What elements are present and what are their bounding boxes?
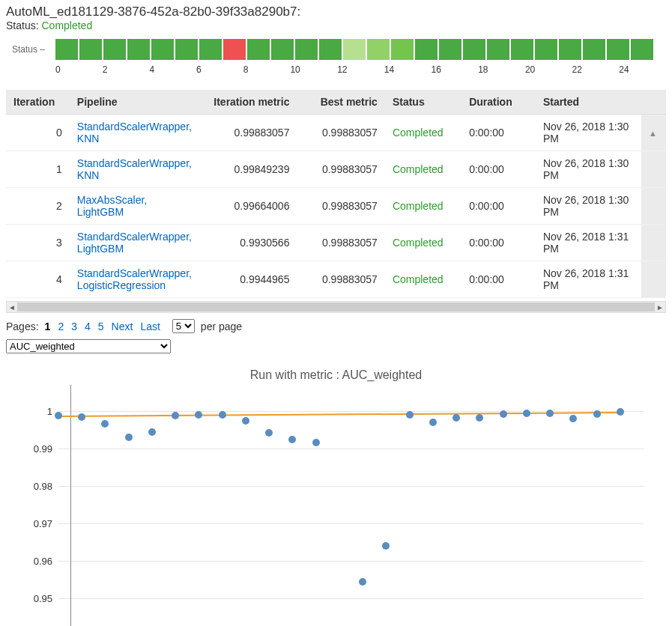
- heatmap-tick: 16: [432, 64, 479, 75]
- table-row[interactable]: 1StandardScalerWrapper, KNN0.998492390.9…: [6, 151, 666, 188]
- heatmap-cell[interactable]: [367, 39, 390, 60]
- heatmap-cell[interactable]: [463, 39, 485, 60]
- chart-point[interactable]: [265, 429, 273, 437]
- heatmap-cell[interactable]: [343, 39, 366, 60]
- col-status[interactable]: Status: [385, 90, 461, 115]
- heatmap-cell[interactable]: [247, 39, 270, 60]
- chart-point[interactable]: [55, 412, 62, 419]
- col-duration[interactable]: Duration: [461, 90, 536, 115]
- cell-status: Completed: [385, 225, 461, 261]
- cell-iteration: 1: [6, 151, 70, 188]
- heatmap-cell[interactable]: [583, 39, 605, 60]
- cell-duration: 0:00:00: [461, 225, 536, 261]
- metric-select[interactable]: AUC_weighted: [6, 339, 171, 353]
- best-metric-line: [58, 412, 620, 417]
- table-row[interactable]: 3StandardScalerWrapper, LightGBM0.993056…: [6, 225, 666, 261]
- chart-point[interactable]: [148, 428, 156, 436]
- chart-point[interactable]: [242, 417, 249, 425]
- cell-duration: 0:00:00: [461, 115, 536, 151]
- cell-iteration: 4: [6, 261, 70, 298]
- cell-duration: 0:00:00: [461, 151, 536, 188]
- y-tick: 1: [22, 406, 52, 417]
- chart-point[interactable]: [382, 542, 390, 550]
- scroll-right-icon[interactable]: ►: [655, 302, 665, 312]
- heatmap-cell[interactable]: [199, 39, 222, 60]
- chart-point[interactable]: [78, 413, 85, 421]
- pager-page[interactable]: 3: [71, 320, 77, 332]
- heatmap-cell[interactable]: [607, 39, 629, 60]
- chart-point[interactable]: [312, 439, 320, 446]
- col-best-metric[interactable]: Best metric: [297, 90, 384, 115]
- chart-point[interactable]: [359, 578, 366, 586]
- scrollbar-thumb[interactable]: [17, 303, 655, 312]
- chart-point[interactable]: [195, 411, 202, 419]
- heatmap-cell[interactable]: [295, 39, 318, 60]
- cell-status: Completed: [385, 115, 461, 151]
- table-row[interactable]: 2MaxAbsScaler, LightGBM0.996640060.99883…: [6, 188, 666, 225]
- chart-point[interactable]: [523, 410, 530, 417]
- table-row[interactable]: 0StandardScalerWrapper, KNN0.998830570.9…: [6, 115, 666, 151]
- heatmap-cell[interactable]: [79, 39, 102, 60]
- heatmap-cell[interactable]: [175, 39, 198, 60]
- chart[interactable]: 10.990.980.970.960.950.940510152025: [6, 392, 666, 626]
- status-label: Status:: [6, 19, 39, 31]
- chart-point[interactable]: [125, 434, 133, 441]
- heatmap-cell[interactable]: [127, 39, 150, 60]
- chart-point[interactable]: [476, 414, 483, 422]
- heatmap-cell[interactable]: [631, 39, 653, 60]
- cell-best-metric: 0.99883057: [297, 188, 384, 225]
- table-horizontal-scrollbar[interactable]: ◄ ►: [6, 301, 666, 313]
- pager-page: 1: [45, 320, 51, 332]
- chart-point[interactable]: [406, 411, 414, 419]
- heatmap-cell[interactable]: [415, 39, 438, 60]
- cell-iter-metric: 0.9944965: [199, 261, 297, 298]
- heatmap-cell[interactable]: [487, 39, 509, 60]
- row-scroll-gutter: [641, 225, 666, 261]
- heatmap-cell[interactable]: [151, 39, 174, 60]
- pager-next[interactable]: Next: [112, 320, 133, 332]
- chart-point[interactable]: [172, 412, 179, 419]
- chart-point[interactable]: [219, 411, 226, 419]
- cell-iter-metric: 0.99849239: [199, 151, 297, 188]
- heatmap-cell[interactable]: [319, 39, 342, 60]
- chart-point[interactable]: [101, 420, 109, 428]
- per-page-select[interactable]: 5: [172, 319, 195, 333]
- cell-iteration: 2: [6, 188, 70, 225]
- pager-page[interactable]: 4: [85, 320, 91, 332]
- heatmap-cell[interactable]: [535, 39, 557, 60]
- chart-point[interactable]: [288, 436, 296, 443]
- heatmap-cell[interactable]: [103, 39, 126, 60]
- cell-pipeline[interactable]: StandardScalerWrapper, LightGBM: [70, 225, 199, 261]
- pager-page[interactable]: 5: [98, 320, 104, 332]
- cell-pipeline[interactable]: MaxAbsScaler, LightGBM: [70, 188, 199, 225]
- chart-point[interactable]: [546, 410, 554, 417]
- heatmap-cell[interactable]: [271, 39, 294, 60]
- heatmap-cell[interactable]: [391, 39, 414, 60]
- col-iter-metric[interactable]: Iteration metric: [199, 90, 297, 115]
- heatmap-cell[interactable]: [223, 39, 246, 60]
- heatmap-cell[interactable]: [511, 39, 533, 60]
- heatmap-cell[interactable]: [559, 39, 581, 60]
- chart-point[interactable]: [500, 410, 507, 418]
- run-title: AutoML_ed181129-3876-452a-82b0-39f33a829…: [6, 4, 666, 19]
- chart-point[interactable]: [429, 419, 437, 426]
- cell-pipeline[interactable]: StandardScalerWrapper, LogisticRegressio…: [70, 261, 199, 298]
- col-pipeline[interactable]: Pipeline: [70, 90, 199, 115]
- y-tick: 0.99: [22, 443, 52, 455]
- pager-page[interactable]: 2: [58, 320, 64, 332]
- heatmap-tick: 0: [55, 64, 103, 75]
- col-started[interactable]: Started: [536, 90, 641, 115]
- cell-pipeline[interactable]: StandardScalerWrapper, KNN: [70, 115, 199, 151]
- heatmap-cell[interactable]: [55, 39, 78, 60]
- col-iteration[interactable]: Iteration: [6, 90, 70, 115]
- cell-pipeline[interactable]: StandardScalerWrapper, KNN: [70, 151, 199, 188]
- heatmap-tick: 10: [290, 64, 337, 75]
- table-row[interactable]: 4StandardScalerWrapper, LogisticRegressi…: [6, 261, 666, 298]
- scroll-left-icon[interactable]: ◄: [7, 302, 17, 312]
- chart-point[interactable]: [452, 414, 460, 422]
- chart-point[interactable]: [593, 410, 601, 418]
- pager-last[interactable]: Last: [140, 320, 160, 332]
- chart-point[interactable]: [569, 415, 577, 422]
- chart-point[interactable]: [617, 408, 624, 416]
- heatmap-cell[interactable]: [439, 39, 461, 60]
